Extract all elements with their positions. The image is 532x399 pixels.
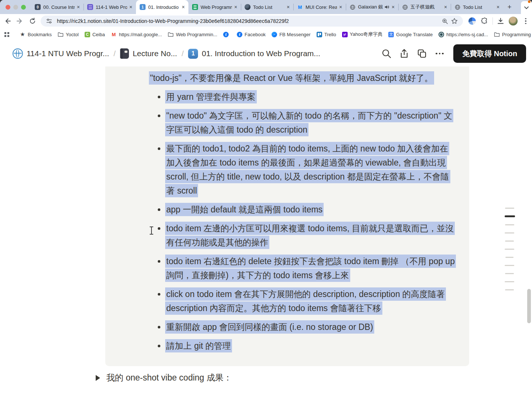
tab-label: Galaxian 銀 [358,4,383,10]
toggle-block[interactable]: 我的 one-shot vibe coding 成果： [92,372,232,383]
bookmark-ems-sj[interactable]: https://ems-sj.cad... [436,32,491,37]
gray-background-block[interactable]: "todo-js"，不要套用像是 React or Vue 等框架，單純用 Ja… [105,66,469,366]
close-icon[interactable]: × [180,4,186,10]
more-menu-icon[interactable] [433,47,446,60]
tab-114-1-web[interactable]: 114-1 Web Prog × [83,0,136,14]
toc-line[interactable] [505,257,514,258]
close-icon[interactable]: × [128,4,134,10]
toc-line[interactable] [505,208,514,209]
tab-label: Todo List [253,4,284,10]
bookmark-programming-folder[interactable]: Programming [491,31,532,37]
globe-icon [454,4,460,10]
tab-todo-list-2[interactable]: Todo List × [451,0,503,14]
toc-line[interactable] [505,265,514,266]
toc-line[interactable] [505,273,514,274]
breadcrumb-item-current-page[interactable]: 1 01. Introduction to Web Program... [186,47,323,60]
breadcrumb-item-workspace[interactable]: 114-1 NTU Web Progr... [10,47,111,60]
tab-search-button[interactable] [521,1,532,14]
selected-text: todo item 左邊的小方匡可以用來複選 todo items, 目前就只是… [165,222,455,249]
tab-gomoku[interactable]: 五子棋遊戲 × [398,0,451,14]
extensions-puzzle-icon[interactable] [480,16,490,26]
audio-playing-icon[interactable] [384,4,389,10]
bulleted-list-item[interactable]: 重新開啟 app 會回到同樣的畫面 (i.e. no storage or DB… [156,320,457,334]
bookmark-facebook[interactable]: fFacebook [234,32,269,37]
close-icon[interactable]: × [443,4,449,10]
bookmark-yoctol[interactable]: Yoctol [55,31,82,37]
share-icon[interactable] [398,47,410,60]
trello-icon [317,32,322,37]
ceiba-icon: C [85,32,90,37]
bookmark-yahoo-dict[interactable]: y!Yahoo奇摩字典 [339,31,386,38]
toc-line[interactable] [505,232,514,233]
get-notion-free-button[interactable]: 免費取得 Notion [453,44,526,63]
close-icon[interactable]: × [75,4,81,10]
bulleted-list-item[interactable]: todo item 右邊紅色的 delete 按鈕按下去會把該 todo ite… [156,254,457,282]
toc-line[interactable] [505,224,514,225]
profile-avatar[interactable] [508,16,518,26]
close-icon[interactable]: × [233,4,239,10]
bookmark-fb-messenger[interactable]: FB Messenger [269,32,314,37]
toc-line[interactable] [505,249,514,250]
new-tab-button[interactable]: + [504,1,515,13]
bookmark-gmail[interactable]: Mhttps://mail.google... [108,31,165,37]
close-icon[interactable]: × [285,4,291,10]
tab-label: 五子棋遊戲 [410,4,442,10]
minimize-window-button[interactable] [13,5,18,10]
duplicate-icon[interactable] [416,47,428,60]
tab-course-intro[interactable]: 0 00. Course Intr × [31,0,83,14]
bulleted-list-item[interactable]: "new todo" 為文字匡，可以輸入新的 todo 的名稱，而下方的 "de… [156,109,457,137]
zoom-level-icon[interactable] [440,16,450,26]
extension-avatar-icon[interactable] [467,16,477,26]
url-text[interactable]: https://ric2k1.notion.site/01-Introducti… [57,18,440,24]
bookmark-web-programming-folder[interactable]: Web Programmin... [165,31,220,37]
bookmark-google-translate[interactable]: 文Google Translate [385,32,436,37]
toc-line[interactable] [505,289,514,290]
breadcrumb-item-lecture-notes[interactable]: Lecture No... [118,47,179,60]
selected-text: 最下面的 todo1, todo2 為目前的 todo items, 上面的 n… [165,142,450,197]
bookmark-facebook-icononly[interactable]: f [220,32,234,37]
forward-button[interactable] [15,16,25,26]
close-icon[interactable]: × [495,4,501,10]
selected-text: todo item 右邊紅色的 delete 按鈕按下去會把該 todo ite… [165,255,456,282]
address-bar[interactable]: https://ric2k1.notion.site/01-Introducti… [41,16,463,27]
bulleted-list-item[interactable]: 請加上 git 的管理 [156,339,457,353]
bulleted-list-item[interactable]: 用 yarn 管理套件與專案 [156,90,457,104]
toggle-triangle-icon[interactable] [92,372,103,383]
bookmark-bookmarks[interactable]: ★Bookmarks [17,31,55,37]
tab-todo-list-1[interactable]: Todo List × [241,0,293,14]
bookmark-star-icon[interactable] [450,16,459,26]
bookmark-trello[interactable]: Trello [314,32,339,37]
close-icon[interactable]: × [390,4,396,10]
zoom-window-button[interactable] [21,5,26,10]
bulleted-list-item[interactable]: todo item 左邊的小方匡可以用來複選 todo items, 目前就只是… [156,221,457,249]
apps-shortcut[interactable] [0,32,12,37]
downloads-icon[interactable] [495,16,506,26]
site-settings-icon[interactable] [44,16,54,26]
bulleted-list-item[interactable]: app 一開始 default 就是這兩個 todo items [156,202,457,216]
toc-line[interactable] [505,241,514,242]
toc-line-active[interactable] [505,215,515,217]
close-window-button[interactable] [6,5,10,10]
bullet-dot [156,221,165,249]
tab-label: 00. Course Intr [43,4,75,10]
back-button[interactable] [2,16,13,26]
tab-galaxian[interactable]: Galaxian 銀 × [346,0,398,14]
bookmark-ceiba[interactable]: CCeiba [82,32,108,37]
toggle-heading-text: 我的 one-shot vibe coding 成果： [106,372,232,383]
reload-button[interactable] [27,16,38,26]
tab-mui-core[interactable]: M MUI Core: Rea × [293,0,346,14]
search-icon[interactable] [380,47,393,60]
toc-line[interactable] [505,281,514,282]
bulleted-list-item[interactable]: 最下面的 todo1, todo2 為目前的 todo items, 上面的 n… [156,141,457,198]
folder-icon [168,31,174,37]
paragraph[interactable]: "todo-js"，不要套用像是 React or Vue 等框架，單純用 Ja… [149,71,450,85]
translate-icon: 文 [388,32,394,37]
selected-text: app 一開始 default 就是這兩個 todo items [165,203,324,216]
table-of-contents-indicator[interactable] [505,208,515,297]
tab-introduction-active[interactable]: 1 01. Introductio × [136,0,188,14]
scrollbar-thumb[interactable] [527,289,531,323]
chrome-menu-kebab-icon[interactable] [521,16,531,26]
bulleted-list-item[interactable]: click on todo item 會在其下方展開他的 description… [156,287,457,315]
close-icon[interactable]: × [338,4,344,10]
tab-web-programming-sheet[interactable]: Web Programm × [188,0,241,14]
